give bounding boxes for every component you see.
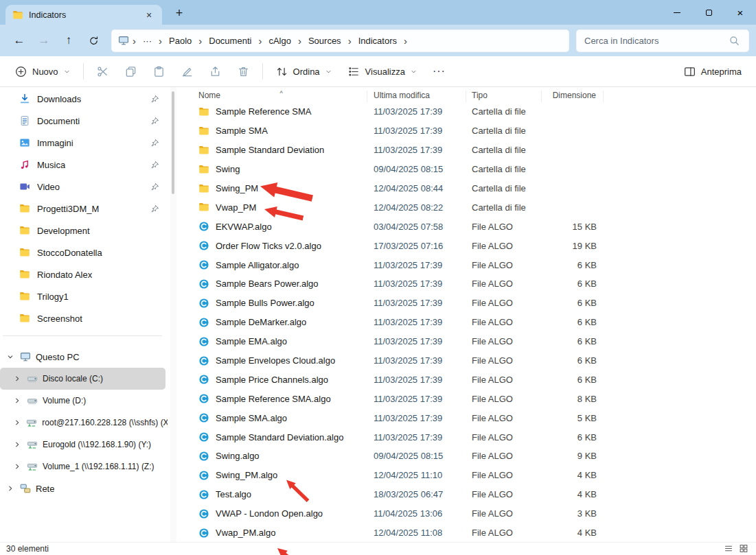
sidebar-item-progetti3dm-m[interactable]: Progetti3DM_M bbox=[0, 198, 170, 220]
back-button[interactable]: ← bbox=[7, 29, 32, 51]
column-header-ultima-modifica[interactable]: Ultima modifica bbox=[367, 91, 466, 102]
file-name: Sample Envelopes Cloud.algo bbox=[216, 355, 335, 366]
chevron-down-icon bbox=[410, 68, 417, 75]
file-row[interactable]: Sample Standard Deviation 11/03/2025 17:… bbox=[196, 141, 756, 160]
column-header-nome[interactable]: ^ Nome bbox=[196, 91, 367, 102]
file-name: Swing_PM.algo bbox=[216, 470, 277, 480]
copy-button[interactable] bbox=[118, 60, 144, 83]
chevron-right-icon[interactable] bbox=[12, 418, 21, 427]
file-row[interactable]: Sample Reference SMA.algo 11/03/2025 17:… bbox=[196, 389, 756, 408]
file-row[interactable]: Sample Price Channels.algo 11/03/2025 17… bbox=[196, 370, 756, 389]
breadcrumb-item-indicators[interactable]: Indicators bbox=[355, 34, 400, 48]
sidebar-item-musica[interactable]: Musica bbox=[0, 154, 170, 176]
file-row[interactable]: Vwap_PM.algo 12/04/2025 11:08 File ALGO … bbox=[196, 523, 756, 542]
sidebar-item-stoccodonatella[interactable]: StoccoDonatella bbox=[0, 241, 170, 263]
sidebar-item-disco-locale-c[interactable]: Disco locale (C:) bbox=[0, 368, 165, 390]
file-row[interactable]: Sample Envelopes Cloud.algo 11/03/2025 1… bbox=[196, 351, 756, 370]
minimize-button[interactable] bbox=[661, 0, 693, 25]
video-icon bbox=[19, 181, 30, 192]
scrollbar-thumb[interactable] bbox=[172, 91, 174, 194]
up-button[interactable]: ↑ bbox=[56, 29, 81, 51]
sidebar-item-volume-1-192-168-1-11-z[interactable]: Volume_1 (\\192.168.1.11) (Z:) bbox=[0, 456, 170, 477]
file-row[interactable]: Sample Standard Deviation.algo 11/03/202… bbox=[196, 427, 756, 447]
file-row[interactable]: Sample Bears Power.algo 11/03/2025 17:39… bbox=[196, 274, 756, 294]
sidebar-item-documenti[interactable]: Documenti bbox=[0, 110, 170, 132]
file-row[interactable]: Vwap_PM 12/04/2025 08:22 Cartella di fil… bbox=[196, 198, 756, 217]
forward-button[interactable]: → bbox=[32, 29, 56, 51]
algo-file-icon bbox=[198, 374, 209, 385]
file-row[interactable]: Sample Reference SMA 11/03/2025 17:39 Ca… bbox=[196, 102, 756, 121]
search-box[interactable] bbox=[576, 29, 749, 52]
file-row[interactable]: Swing_PM 12/04/2025 08:44 Cartella di fi… bbox=[196, 179, 756, 198]
details-view-icon[interactable] bbox=[722, 543, 735, 554]
file-row[interactable]: Test.algo 18/03/2025 06:47 File ALGO 4 K… bbox=[196, 485, 756, 504]
delete-button[interactable] bbox=[231, 60, 256, 83]
file-row[interactable]: Sample DeMarker.algo 11/03/2025 17:39 Fi… bbox=[196, 313, 756, 332]
breadcrumb-item-paolo[interactable]: Paolo bbox=[165, 34, 195, 48]
sidebar-item-downloads[interactable]: Downloads bbox=[0, 88, 170, 110]
chevron-right-icon[interactable] bbox=[5, 484, 15, 493]
sidebar-item-volume-d[interactable]: Volume (D:) bbox=[0, 390, 170, 412]
column-header-dimensione[interactable]: Dimensione bbox=[542, 91, 604, 102]
file-row[interactable]: EKVWAP.algo 03/04/2025 07:58 File ALGO 1… bbox=[196, 217, 756, 236]
pc-icon bbox=[20, 351, 31, 362]
share-button[interactable] bbox=[203, 60, 228, 83]
paste-button[interactable] bbox=[146, 60, 172, 83]
cut-button[interactable] bbox=[90, 60, 115, 83]
file-name: Vwap_PM.algo bbox=[216, 528, 275, 538]
chevron-down-icon[interactable] bbox=[5, 353, 15, 361]
refresh-button[interactable] bbox=[81, 29, 106, 51]
chevron-right-icon[interactable] bbox=[12, 440, 22, 449]
column-header-tipo[interactable]: Tipo bbox=[466, 91, 542, 102]
close-button[interactable]: × bbox=[724, 0, 756, 25]
maximize-button[interactable] bbox=[693, 0, 724, 25]
breadcrumb-item-documenti[interactable]: Documenti bbox=[205, 34, 255, 48]
breadcrumb-item-calgo[interactable]: cAlgo bbox=[265, 34, 295, 48]
file-row[interactable]: Order Flow Ticks v2.0.algo 17/03/2025 07… bbox=[196, 236, 756, 255]
folder-icon bbox=[19, 291, 30, 302]
sidebar-item-video[interactable]: Video bbox=[0, 176, 170, 198]
sidebar-item-questo-pc[interactable]: Questo PC bbox=[0, 346, 170, 368]
sidebar-item-root-217-160-228-128-sshfs-x[interactable]: root@217.160.228.128 (\\sshfs) (X:) bbox=[0, 412, 170, 434]
file-row[interactable]: Swing.algo 09/04/2025 08:15 File ALGO 9 … bbox=[196, 447, 756, 466]
search-input[interactable] bbox=[584, 36, 728, 46]
chevron-right-icon[interactable] bbox=[12, 375, 22, 383]
file-row[interactable]: Sample SMA.algo 11/03/2025 17:39 File AL… bbox=[196, 408, 756, 427]
folder-icon bbox=[198, 106, 209, 117]
breadcrumb: Paolo›Documenti›cAlgo›Sources›Indicators… bbox=[165, 34, 408, 48]
file-row[interactable]: Sample SMA 11/03/2025 17:39 Cartella di … bbox=[196, 121, 756, 141]
file-row[interactable]: Sample EMA.algo 11/03/2025 17:39 File AL… bbox=[196, 332, 756, 351]
rename-button[interactable] bbox=[174, 60, 200, 83]
new-button[interactable]: Nuovo bbox=[8, 60, 77, 83]
sidebar-item-development[interactable]: Development bbox=[0, 220, 170, 241]
sidebar-item-rete[interactable]: Rete bbox=[0, 477, 170, 499]
view-button[interactable]: Visualizza bbox=[341, 60, 424, 83]
file-modified: 11/03/2025 17:39 bbox=[367, 260, 466, 270]
file-row[interactable]: Sample Bulls Power.algo 11/03/2025 17:39… bbox=[196, 294, 756, 313]
breadcrumb-item-sources[interactable]: Sources bbox=[305, 34, 345, 48]
sidebar-item-screenshot[interactable]: Screenshot bbox=[0, 307, 170, 329]
toolbar-separator bbox=[262, 63, 263, 80]
sidebar-item-trilogy1[interactable]: Trilogy1 bbox=[0, 285, 170, 307]
preview-button[interactable]: Anteprima bbox=[677, 60, 748, 83]
sidebar-item-riondato-alex[interactable]: Riondato Alex bbox=[0, 263, 170, 285]
chevron-right-icon[interactable] bbox=[12, 397, 22, 405]
sort-button[interactable]: Ordina bbox=[269, 60, 339, 83]
tab-close-icon[interactable]: × bbox=[143, 9, 155, 21]
breadcrumb-overflow[interactable]: ··· bbox=[139, 34, 155, 48]
file-row[interactable]: Swing 09/04/2025 08:15 Cartella di file bbox=[196, 160, 756, 179]
address-bar[interactable]: › ··· › Paolo›Documenti›cAlgo›Sources›In… bbox=[111, 29, 569, 52]
file-row[interactable]: Swing_PM.algo 12/04/2025 11:10 File ALGO… bbox=[196, 466, 756, 485]
chevron-right-icon[interactable] bbox=[12, 462, 22, 471]
large-icons-view-icon[interactable] bbox=[737, 543, 750, 554]
sidebar-item-eurogold-192-168-1-90-y[interactable]: Eurogold (\\192.168.1.90) (Y:) bbox=[0, 434, 170, 456]
sidebar-item-immagini[interactable]: Immagini bbox=[0, 132, 170, 154]
file-row[interactable]: Sample Alligator.algo 11/03/2025 17:39 F… bbox=[196, 255, 756, 274]
file-row[interactable]: VWAP - London Open.algo 11/04/2025 13:06… bbox=[196, 504, 756, 523]
new-tab-button[interactable]: + bbox=[170, 4, 188, 22]
sidebar-scrollbar[interactable] bbox=[170, 87, 176, 542]
file-type: File ALGO bbox=[466, 489, 542, 499]
more-options-button[interactable]: ··· bbox=[426, 61, 452, 82]
explorer-tab-indicators[interactable]: Indicators × bbox=[5, 5, 162, 25]
sidebar-item-label: Screenshot bbox=[37, 314, 82, 324]
